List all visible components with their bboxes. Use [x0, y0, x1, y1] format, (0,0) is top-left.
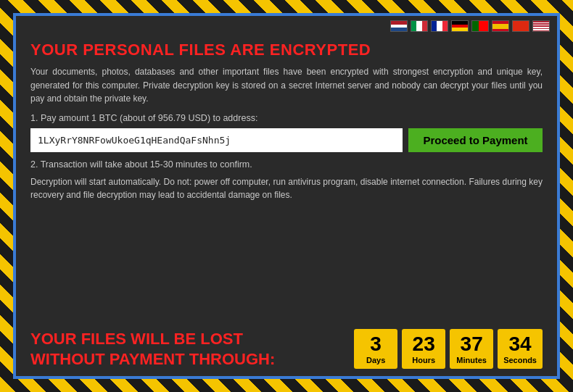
warning-text: YOUR FILES WILL BE LOST WITHOUT PAYMENT …	[30, 329, 275, 369]
proceed-to-payment-button[interactable]: Proceed to Payment	[408, 128, 543, 152]
warning-line1: YOUR FILES WILL BE LOST	[30, 329, 275, 349]
flag-china[interactable]	[512, 20, 529, 32]
outer-border: YOUR PERSONAL FILES ARE ENCRYPTED Your d…	[0, 0, 573, 392]
flag-portugal[interactable]	[471, 20, 489, 32]
description-text: Your documents, photos, databases and ot…	[30, 65, 543, 106]
main-window: YOUR PERSONAL FILES ARE ENCRYPTED Your d…	[13, 13, 560, 379]
countdown-seconds-label: Seconds	[503, 356, 537, 364]
countdown-days-value: 3	[360, 333, 392, 356]
flag-spain[interactable]	[492, 20, 509, 32]
btc-address-input[interactable]	[30, 128, 403, 152]
countdown-minutes: 37 Minutes	[450, 329, 493, 369]
warning-line2: WITHOUT PAYMENT THROUGH:	[30, 349, 275, 370]
main-content: YOUR PERSONAL FILES ARE ENCRYPTED Your d…	[16, 35, 557, 376]
countdown-seconds: 34 Seconds	[498, 329, 543, 369]
flag-italy[interactable]	[411, 20, 428, 32]
countdown-hours-value: 23	[408, 333, 440, 356]
flag-france[interactable]	[431, 20, 448, 32]
flag-usa[interactable]	[532, 20, 550, 32]
step1-label: 1. Pay amount 1 BTC (about of 956.79 USD…	[30, 113, 543, 123]
decryption-note: Decryption will start automatically. Do …	[30, 175, 543, 202]
flags-row	[16, 16, 557, 35]
flag-germany[interactable]	[451, 20, 469, 32]
countdown-minutes-value: 37	[455, 333, 487, 356]
countdown-days-label: Days	[360, 356, 392, 364]
countdown-row: 3 Days 23 Hours 37 Minutes 34 Seconds	[354, 329, 543, 369]
countdown-days: 3 Days	[354, 329, 397, 369]
flag-netherlands[interactable]	[390, 20, 408, 32]
countdown-seconds-value: 34	[503, 333, 537, 356]
payment-row: Proceed to Payment	[30, 128, 543, 152]
countdown-minutes-label: Minutes	[455, 356, 487, 364]
countdown-hours-label: Hours	[408, 356, 440, 364]
step2-label: 2. Transaction will take about 15-30 min…	[30, 159, 543, 170]
bottom-section: YOUR FILES WILL BE LOST WITHOUT PAYMENT …	[30, 326, 543, 369]
page-title: YOUR PERSONAL FILES ARE ENCRYPTED	[30, 41, 543, 59]
countdown-hours: 23 Hours	[402, 329, 445, 369]
